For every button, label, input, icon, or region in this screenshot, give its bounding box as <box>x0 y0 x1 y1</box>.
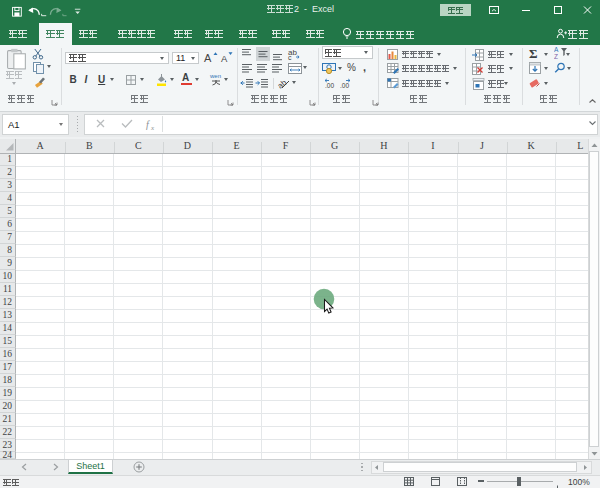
svg-text:x: x <box>150 124 155 132</box>
svg-text:A: A <box>204 52 212 64</box>
svg-text:A: A <box>221 53 228 64</box>
svg-text:.00: .00 <box>325 82 334 89</box>
svg-text:f: f <box>146 119 150 130</box>
svg-text:Z: Z <box>554 53 558 60</box>
svg-text:c: c <box>288 54 292 61</box>
svg-text:wen: wen <box>209 73 221 79</box>
svg-text:.00: .00 <box>340 82 349 89</box>
